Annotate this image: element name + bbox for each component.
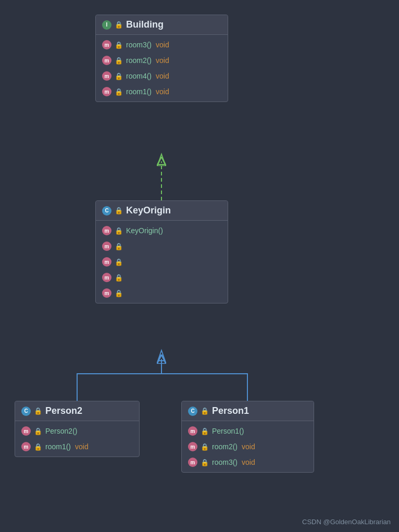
class-person1: C 🔒 Person1 m 🔒 Person1() m 🔒 room2() vo… — [181, 401, 314, 473]
lock-icon-k1: 🔒 — [115, 227, 123, 235]
m-icon-k4: m — [102, 273, 111, 282]
person1-title: Person1 — [212, 406, 249, 416]
m-icon-p1-2: m — [188, 442, 197, 451]
keyorigin-method-2: m 🔒 — [96, 238, 228, 254]
class-person2-header: C 🔒 Person2 — [15, 401, 139, 421]
person1-method-room3: m 🔒 room3() void — [182, 454, 314, 470]
class-person2: C 🔒 Person2 m 🔒 Person2() m 🔒 room1() vo… — [15, 401, 140, 457]
lock-icon-k3: 🔒 — [115, 258, 123, 266]
class-building-header: I 🔒 Building — [96, 15, 228, 35]
lock-icon-k2: 🔒 — [115, 243, 123, 250]
building-method-room3: m 🔒 room3() void — [96, 37, 228, 53]
lock-icon-3: 🔒 — [115, 72, 123, 80]
class-person1-header: C 🔒 Person1 — [182, 401, 314, 421]
person1-method-room2: m 🔒 room2() void — [182, 439, 314, 454]
m-icon-k5: m — [102, 288, 111, 298]
building-method-room2: m 🔒 room2() void — [96, 53, 228, 68]
m-icon-p1-1: m — [188, 426, 197, 436]
class-person2-body: m 🔒 Person2() m 🔒 room1() void — [15, 421, 139, 457]
m-icon-p2-1: m — [21, 426, 31, 436]
keyorigin-constructor: m 🔒 KeyOrigin() — [96, 223, 228, 238]
class-building: I 🔒 Building m 🔒 room3() void m 🔒 room2(… — [95, 15, 228, 102]
lock-icon-p1-2: 🔒 — [201, 443, 209, 451]
m-icon-3: m — [102, 71, 111, 81]
lock-icon-k5: 🔒 — [115, 289, 123, 297]
person1-badge: C — [188, 407, 197, 416]
lock-icon-k4: 🔒 — [115, 274, 123, 282]
lock-icon-2: 🔒 — [115, 57, 123, 65]
m-icon-1: m — [102, 40, 111, 49]
building-method-room1: m 🔒 room1() void — [96, 84, 228, 99]
m-icon-p1-3: m — [188, 458, 197, 467]
keyorigin-lock-icon: 🔒 — [115, 207, 123, 214]
lock-icon-p1-3: 🔒 — [201, 459, 209, 466]
person2-method-room1: m 🔒 room1() void — [15, 439, 139, 454]
keyorigin-method-5: m 🔒 — [96, 285, 228, 301]
lock-icon-1: 🔒 — [115, 41, 123, 49]
m-icon-k1: m — [102, 226, 111, 235]
m-icon-2: m — [102, 56, 111, 65]
diagram-container: I 🔒 Building m 🔒 room3() void m 🔒 room2(… — [0, 0, 399, 532]
building-badge: I — [102, 20, 111, 30]
keyorigin-method-4: m 🔒 — [96, 270, 228, 285]
svg-marker-5 — [158, 154, 165, 164]
person2-constructor: m 🔒 Person2() — [15, 423, 139, 439]
keyorigin-badge: C — [102, 206, 111, 216]
class-building-body: m 🔒 room3() void m 🔒 room2() void m 🔒 ro… — [96, 35, 228, 102]
class-keyorigin-body: m 🔒 KeyOrigin() m 🔒 m 🔒 m 🔒 m 🔒 — [96, 221, 228, 303]
lock-icon-p1-1: 🔒 — [201, 427, 209, 435]
building-method-room4: m 🔒 room4() void — [96, 68, 228, 84]
person2-badge: C — [21, 407, 31, 416]
m-icon-k2: m — [102, 242, 111, 251]
m-icon-4: m — [102, 87, 111, 96]
building-lock-icon: 🔒 — [115, 21, 123, 29]
lock-icon-p2-1: 🔒 — [34, 427, 42, 435]
lock-icon-4: 🔒 — [115, 88, 123, 96]
lock-icon-p2-2: 🔒 — [34, 443, 42, 451]
class-person1-body: m 🔒 Person1() m 🔒 room2() void m 🔒 room3… — [182, 421, 314, 472]
watermark: CSDN @GoldenOakLibrarian — [302, 518, 391, 526]
m-icon-p2-2: m — [21, 442, 31, 451]
m-icon-k3: m — [102, 257, 111, 267]
building-title: Building — [126, 19, 164, 30]
person2-title: Person2 — [45, 406, 82, 416]
person1-constructor: m 🔒 Person1() — [182, 423, 314, 439]
class-keyorigin-header: C 🔒 KeyOrigin — [96, 201, 228, 221]
keyorigin-title: KeyOrigin — [126, 205, 171, 216]
class-keyorigin: C 🔒 KeyOrigin m 🔒 KeyOrigin() m 🔒 m 🔒 m … — [95, 200, 228, 303]
svg-marker-6 — [158, 350, 165, 361]
keyorigin-method-3: m 🔒 — [96, 254, 228, 270]
person1-lock-icon: 🔒 — [201, 407, 209, 415]
person2-lock-icon: 🔒 — [34, 407, 42, 415]
